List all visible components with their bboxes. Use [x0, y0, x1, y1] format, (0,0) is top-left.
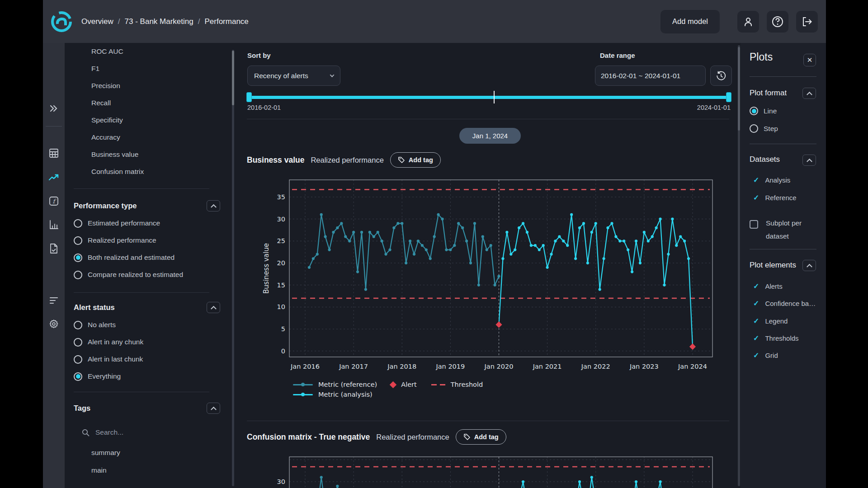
metric-item-recall[interactable]: Recall [65, 94, 230, 112]
breadcrumb-overview[interactable]: Overview [81, 17, 113, 26]
add-model-button[interactable]: Add model [660, 10, 720, 33]
chart2-add-tag-button[interactable]: Add tag [456, 429, 506, 445]
chart1-title: Business value [247, 155, 304, 165]
check-confidence-bands[interactable]: ✓Confidence bands [753, 299, 816, 308]
check-analysis[interactable]: ✓Analysis [753, 176, 790, 184]
rail-item-data-grid[interactable] [43, 145, 65, 161]
collapse-datasets-button[interactable] [802, 155, 816, 166]
check-icon: ✓ [753, 317, 759, 325]
radio-step-format[interactable]: Step [750, 124, 778, 133]
rail-item-performance[interactable] [43, 169, 65, 186]
radio-icon [74, 338, 82, 347]
radio-alert-last-chunk[interactable]: Alert in last chunk [65, 351, 230, 368]
metric-item-confusion-matrix[interactable]: Confusion matrix [65, 163, 230, 180]
breadcrumb-model[interactable]: 73 - Bank Marketing [125, 17, 193, 26]
collapse-alert-status-button[interactable] [207, 302, 220, 313]
reset-date-range-button[interactable] [710, 66, 732, 86]
subplot-per-dataset-checkbox[interactable] [750, 220, 758, 229]
icon-rail: f [43, 43, 65, 488]
metric-item-f1[interactable]: F1 [65, 60, 230, 77]
plots-panel-title: Plots [750, 51, 773, 63]
confusion-matrix-chart: 30 [262, 453, 719, 488]
svg-text:20: 20 [277, 259, 285, 267]
radio-selected-icon [74, 372, 82, 381]
logout-button[interactable] [796, 11, 818, 33]
radio-icon [74, 219, 82, 228]
bar-chart-icon [49, 220, 59, 230]
check-grid[interactable]: ✓Grid [753, 351, 778, 360]
radio-everything[interactable]: Everything [65, 368, 230, 385]
tag-item-summary[interactable]: summary [65, 444, 230, 461]
nannyml-logo-icon[interactable] [51, 11, 72, 33]
rail-item-distributions[interactable] [43, 216, 65, 233]
svg-text:Jan 2017: Jan 2017 [339, 363, 368, 370]
alert-status-header: Alert status [65, 298, 230, 316]
rail-item-reports[interactable] [43, 240, 65, 257]
collapse-tags-button[interactable] [207, 403, 220, 414]
radio-line-format[interactable]: Line [750, 107, 777, 115]
expand-sidebar-button[interactable] [43, 100, 65, 117]
slider-track[interactable] [247, 96, 731, 99]
slider-current-marker[interactable] [494, 91, 495, 103]
metric-item-business-value[interactable]: Business value [65, 146, 230, 163]
metric-item-roc-auc[interactable]: ROC AUC [65, 43, 230, 60]
rail-item-filter[interactable] [43, 292, 65, 309]
radio-compare-realized-estimated[interactable]: Compare realized to estimated [65, 266, 230, 283]
chart2-subtitle: Realized performance [376, 433, 449, 441]
main-scrollbar-thumb[interactable] [738, 47, 740, 131]
svg-text:Jan 2019: Jan 2019 [435, 363, 465, 370]
radio-alert-any-chunk[interactable]: Alert in any chunk [65, 333, 230, 351]
chevrons-right-icon [49, 104, 58, 113]
radio-icon [750, 124, 758, 133]
trend-up-icon [48, 173, 59, 182]
collapse-plot-elements-button[interactable] [802, 260, 816, 271]
close-plots-panel-button[interactable]: ✕ [803, 54, 816, 66]
svg-text:f: f [53, 198, 57, 205]
check-icon: ✓ [753, 299, 759, 308]
radio-both-realized-estimated[interactable]: Both realized and estimated [65, 249, 230, 266]
metric-item-accuracy[interactable]: Accuracy [65, 129, 230, 146]
svg-text:Jan 2022: Jan 2022 [581, 363, 610, 370]
breadcrumb-separator: / [198, 17, 200, 26]
check-alerts[interactable]: ✓Alerts [753, 282, 783, 291]
svg-text:Jan 2020: Jan 2020 [484, 363, 514, 370]
divider [247, 119, 729, 119]
tag-icon [398, 156, 405, 164]
collapse-plot-format-button[interactable] [802, 88, 816, 99]
metric-item-precision[interactable]: Precision [65, 77, 230, 94]
metric-item-specificity[interactable]: Specificity [65, 112, 230, 129]
check-reference[interactable]: ✓Reference [753, 193, 797, 202]
help-button[interactable] [767, 11, 788, 33]
sort-by-select[interactable]: Recency of alerts [247, 66, 340, 86]
function-icon: f [49, 196, 59, 206]
chart1-header: Business value Realized performance Add … [247, 152, 441, 168]
rail-item-settings[interactable] [43, 316, 65, 332]
check-icon: ✓ [753, 334, 759, 343]
collapse-performance-type-button[interactable] [207, 200, 220, 211]
svg-text:Jan 2018: Jan 2018 [387, 363, 416, 370]
slider-handle-end[interactable] [726, 92, 731, 102]
date-range-input[interactable]: 2016-02-01 ~ 2024-01-01 [595, 66, 706, 86]
radio-estimated-performance[interactable]: Estimated performance [65, 215, 230, 232]
radio-icon [74, 236, 82, 245]
rail-item-functions[interactable]: f [43, 193, 65, 209]
radio-realized-performance[interactable]: Realized performance [65, 232, 230, 249]
radio-selected-icon [74, 253, 82, 262]
chart2-title: Confusion matrix - True negative [247, 432, 370, 442]
tag-item-main[interactable]: main [65, 461, 230, 479]
user-account-button[interactable] [737, 11, 759, 33]
chevron-up-icon [807, 92, 812, 98]
radio-no-alerts[interactable]: No alerts [65, 316, 230, 333]
slider-handle-start[interactable] [246, 92, 252, 102]
divider [750, 144, 816, 144]
legend-threshold-label: Threshold [451, 381, 483, 388]
chart1-add-tag-button[interactable]: Add tag [390, 152, 441, 168]
business-value-chart: 05101520253035Jan 2016Jan 2017Jan 2018Ja… [262, 176, 719, 375]
check-thresholds[interactable]: ✓Thresholds [753, 334, 799, 343]
svg-text:Business value: Business value [262, 243, 270, 294]
svg-text:Jan 2016: Jan 2016 [290, 363, 320, 370]
chevron-up-icon [807, 264, 812, 270]
check-legend[interactable]: ✓Legend [753, 317, 788, 325]
date-range-slider [247, 92, 731, 103]
tags-search-input[interactable] [95, 428, 177, 436]
